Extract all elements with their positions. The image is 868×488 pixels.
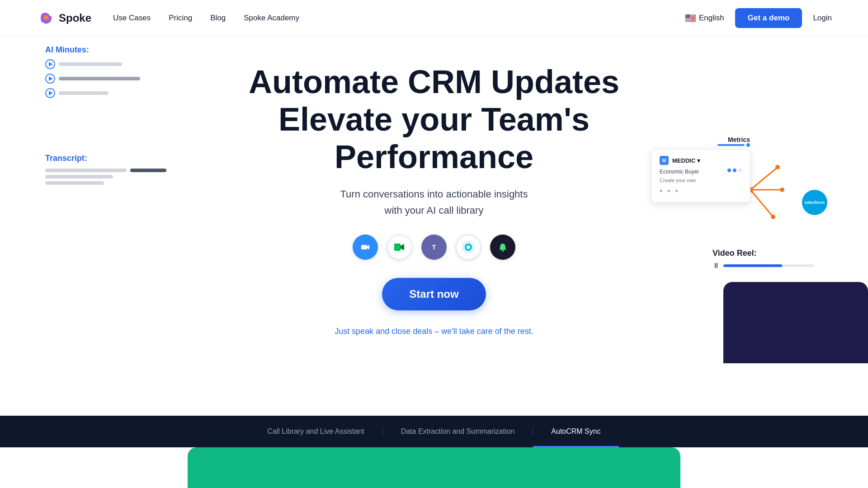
bar-container-1 xyxy=(59,62,122,66)
create-own-link[interactable]: Create your own xyxy=(660,178,742,183)
meddic-card: Metrics M MEDDIC ▾ Economic Buyer xyxy=(651,149,750,203)
svg-point-5 xyxy=(775,165,780,169)
nav-spoke-academy[interactable]: Spoke Academy xyxy=(244,14,299,23)
integration-icons: T xyxy=(231,235,637,260)
transcript-line-3 xyxy=(45,175,113,178)
play-icon-3[interactable] xyxy=(45,88,55,98)
apollo-icon xyxy=(490,235,515,260)
video-progress: ⏸ xyxy=(712,262,814,270)
transcript-lines xyxy=(45,169,166,185)
hero-text: Automate CRM Updates Elevate your Team's… xyxy=(231,63,637,354)
google-meet-icon xyxy=(387,235,412,260)
salesforce-bubble: salesforce xyxy=(802,190,827,215)
get-demo-button[interactable]: Get a demo xyxy=(735,8,802,28)
nav-use-cases[interactable]: Use Cases xyxy=(113,14,151,23)
main-content: AI Minutes: xyxy=(0,36,868,488)
tab-data-extraction[interactable]: Data Extraction and Summarization xyxy=(383,416,533,447)
svg-rect-11 xyxy=(395,244,400,250)
language-selector[interactable]: 🇺🇸 English xyxy=(685,13,724,23)
ai-minutes-item-3 xyxy=(45,88,140,98)
metric-dot xyxy=(746,143,750,147)
video-reel-label: Video Reel: xyxy=(712,249,814,258)
navbar: Spoke Use Cases Pricing Blog Spoke Acade… xyxy=(0,0,868,36)
hero-subtitle-line1: Turn conversations into actionable insig… xyxy=(340,188,528,200)
transcript-row-3 xyxy=(45,181,166,185)
logo[interactable]: Spoke xyxy=(36,9,91,27)
svg-point-16 xyxy=(467,245,470,249)
transcript-card: Transcript: xyxy=(45,154,166,185)
hero-section: AI Minutes: xyxy=(0,36,868,363)
ai-minutes-card: AI Minutes: xyxy=(45,45,140,98)
login-button[interactable]: Login xyxy=(813,14,832,23)
bar-2a xyxy=(59,77,140,80)
hero-subtitle: Turn conversations into actionable insig… xyxy=(231,186,637,218)
economic-buyer-dots xyxy=(727,169,742,172)
hero-heading: Automate CRM Updates Elevate your Team's… xyxy=(231,63,637,175)
svg-point-7 xyxy=(771,215,775,219)
metric-bar xyxy=(717,144,745,146)
transcript-line-4 xyxy=(45,181,104,185)
language-label: English xyxy=(699,14,724,23)
transcript-line-1 xyxy=(45,169,127,172)
bottom-preview-card xyxy=(723,282,868,363)
more-options[interactable]: • • • xyxy=(660,187,742,196)
start-now-button[interactable]: Start now xyxy=(382,278,486,310)
bottom-tabs: Call Library and Live Assistant Data Ext… xyxy=(0,416,868,447)
flag-icon: 🇺🇸 xyxy=(685,13,696,23)
ai-minutes-items xyxy=(45,59,140,98)
hero-h1-line2: Elevate your Team's Performance xyxy=(278,101,590,175)
ms-teams-icon: T xyxy=(421,235,447,260)
nav-right: 🇺🇸 English Get a demo Login xyxy=(685,8,832,28)
svg-line-2 xyxy=(750,190,773,217)
zoom-icon xyxy=(353,235,378,260)
tab-call-library-label: Call Library and Live Assistant xyxy=(267,427,364,436)
progress-bar-track xyxy=(723,264,814,267)
hero-subtitle-line2: with your AI call library xyxy=(385,205,484,216)
economic-buyer-label: Economic Buyer xyxy=(660,169,699,175)
dot3 xyxy=(738,169,742,172)
bar-container-2 xyxy=(59,77,140,80)
dropdown-chevron: ▾ xyxy=(697,157,700,164)
svg-line-0 xyxy=(750,167,778,190)
nav-blog[interactable]: Blog xyxy=(210,14,226,23)
nav-links: Use Cases Pricing Blog Spoke Academy xyxy=(113,14,299,23)
tab-autocrm[interactable]: AutoCRM Sync xyxy=(533,416,618,447)
meddic-icon: M xyxy=(660,156,669,165)
cta-wrapper: Start now xyxy=(231,278,637,319)
ai-minutes-item-1 xyxy=(45,59,140,69)
hero-tagline: Just speak and close deals – we'll take … xyxy=(231,327,637,336)
video-reel-card: Video Reel: ⏸ xyxy=(712,249,814,270)
meddic-header: M MEDDIC ▾ xyxy=(660,156,742,165)
ai-minutes-item-2 xyxy=(45,74,140,84)
logo-text: Spoke xyxy=(59,12,91,24)
ringover-icon xyxy=(456,235,481,260)
metrics-label: Metrics xyxy=(728,136,750,143)
pause-icon[interactable]: ⏸ xyxy=(712,262,720,270)
meddic-dropdown[interactable]: MEDDIC ▾ xyxy=(672,157,700,164)
nav-pricing[interactable]: Pricing xyxy=(169,14,192,23)
meddic-label: MEDDIC xyxy=(672,157,695,164)
play-icon-1[interactable] xyxy=(45,59,55,69)
play-icon-2[interactable] xyxy=(45,74,55,84)
progress-bar-fill xyxy=(723,264,782,267)
bar-container-3 xyxy=(59,91,108,95)
tab-autocrm-label: AutoCRM Sync xyxy=(551,427,600,436)
svg-point-18 xyxy=(502,250,504,252)
hero-h1-line1: Automate CRM Updates xyxy=(249,64,619,100)
hero-wrapper: AI Minutes: xyxy=(0,36,868,416)
transcript-line-2 xyxy=(130,169,166,172)
dot2 xyxy=(733,169,736,172)
svg-rect-9 xyxy=(361,245,367,249)
transcript-row-2 xyxy=(45,175,166,178)
bar-3a xyxy=(59,91,108,95)
economic-buyer-row: Economic Buyer xyxy=(660,169,742,175)
salesforce-label: salesforce xyxy=(805,200,825,205)
ai-minutes-label: AI Minutes: xyxy=(45,45,140,55)
logo-icon xyxy=(36,9,54,27)
svg-point-6 xyxy=(780,188,784,192)
svg-text:T: T xyxy=(432,244,436,251)
metrics-dots xyxy=(717,143,750,147)
green-card xyxy=(188,447,680,488)
tab-call-library[interactable]: Call Library and Live Assistant xyxy=(249,416,382,447)
nav-left: Spoke Use Cases Pricing Blog Spoke Acade… xyxy=(36,9,299,27)
